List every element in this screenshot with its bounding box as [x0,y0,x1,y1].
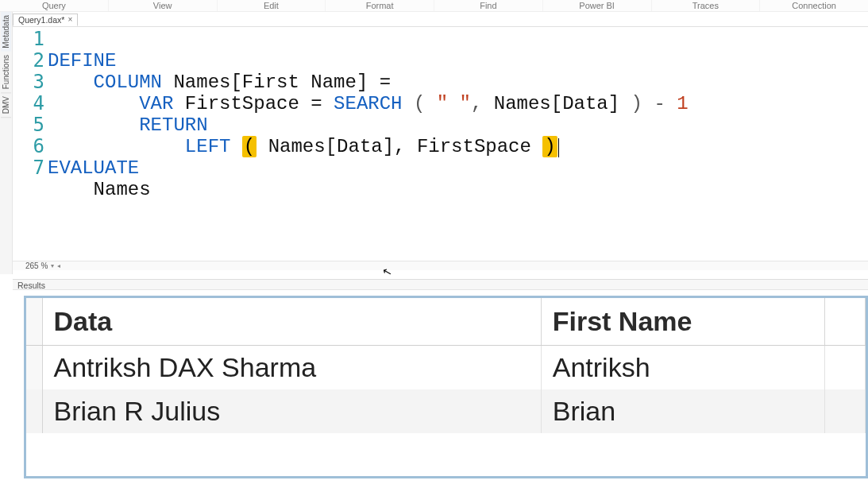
cell-empty [825,346,866,390]
col-ref-data: Names[Data] [494,93,619,114]
editor-gutter: 1 2 3 4 5 6 7 [13,29,46,179]
paren-close: ) [631,93,642,114]
menu-find[interactable]: Find [434,0,543,11]
line-number: 6 [13,136,46,157]
menu-traces[interactable]: Traces [652,0,761,11]
cell-data[interactable]: Brian R Julius [42,389,541,433]
kw-var: VAR [139,93,173,114]
line-number: 1 [13,29,46,50]
menu-connection[interactable]: Connection [760,0,868,11]
minus: - [654,93,665,114]
table-header-row: Data First Name [26,298,866,346]
results-grid[interactable]: Data First Name Antriksh DAX Sharma Antr… [24,296,868,478]
file-tab-label: Query1.dax* [18,15,64,25]
paren-open: ( [414,93,425,114]
left-rail: Metadata Functions DMV [0,12,13,274]
file-tab-strip: Query1.dax* × [13,12,78,26]
text-caret [558,138,560,157]
str-space: " " [437,93,471,114]
kw-define: DEFINE [48,50,116,72]
line-number: 2 [13,50,46,72]
col-ref: Names[First Name] = [173,72,391,93]
kw-column: COLUMN [94,72,162,93]
line-number: 7 [13,157,46,179]
table-row[interactable]: Antriksh DAX Sharma Antriksh [26,346,866,390]
results-panel-label: Results [17,281,45,290]
cell-firstname[interactable]: Brian [541,389,825,433]
rail-tab-dmv[interactable]: DMV [1,93,11,118]
left-arg2: FirstSpace [417,136,531,157]
zoom-value[interactable]: 265 % [25,261,48,270]
menu-query[interactable]: Query [0,0,109,11]
menu-format[interactable]: Format [326,0,434,11]
row-handle-header [26,298,42,346]
left-arg1: Names[Data], [268,136,406,157]
chevron-down-icon[interactable]: ▾ [51,262,54,269]
kw-evaluate: EVALUATE [48,157,139,179]
cell-firstname[interactable]: Antriksh [541,346,825,390]
menu-bar: Query View Edit Format Find Power BI Tra… [0,0,868,12]
row-handle[interactable] [26,389,42,433]
paren-close-hl: ) [542,136,557,157]
menu-powerbi[interactable]: Power BI [543,0,652,11]
line-number: 5 [13,114,46,136]
menu-view[interactable]: View [109,0,218,11]
table-row[interactable]: Brian R Julius Brian [26,389,866,433]
cell-data[interactable]: Antriksh DAX Sharma [42,346,541,390]
comma: , [471,93,482,114]
results-panel-header[interactable]: Results [13,279,868,290]
num-one: 1 [677,93,688,114]
rail-tab-functions[interactable]: Functions [1,52,11,93]
col-header-firstname[interactable]: First Name [541,298,825,346]
fn-search: SEARCH [334,93,402,114]
table-ref: Names [94,179,151,200]
col-header-data[interactable]: Data [42,298,541,346]
fn-left: LEFT [185,136,231,157]
editor-code[interactable]: DEFINE COLUMN Names[First Name] = VAR Fi… [48,29,689,222]
close-icon[interactable]: × [68,16,72,24]
var-name: FirstSpace = [185,93,322,114]
code-editor[interactable]: 1 2 3 4 5 6 7 DEFINE COLUMN Names[First … [13,26,868,261]
cell-empty [825,389,866,433]
line-number: 4 [13,93,46,114]
file-tab-query1[interactable]: Query1.dax* × [13,14,78,26]
paren-open-hl: ( [242,136,257,157]
rail-tab-metadata[interactable]: Metadata [1,12,11,52]
row-handle[interactable] [26,346,42,390]
line-number: 3 [13,72,46,93]
kw-return: RETURN [139,114,207,136]
chevron-left-icon[interactable]: ◂ [57,262,60,269]
results-table: Data First Name Antriksh DAX Sharma Antr… [26,298,866,433]
menu-edit[interactable]: Edit [218,0,326,11]
zoom-bar: 265 % ▾ ◂ [13,261,868,270]
col-header-empty [825,298,866,346]
